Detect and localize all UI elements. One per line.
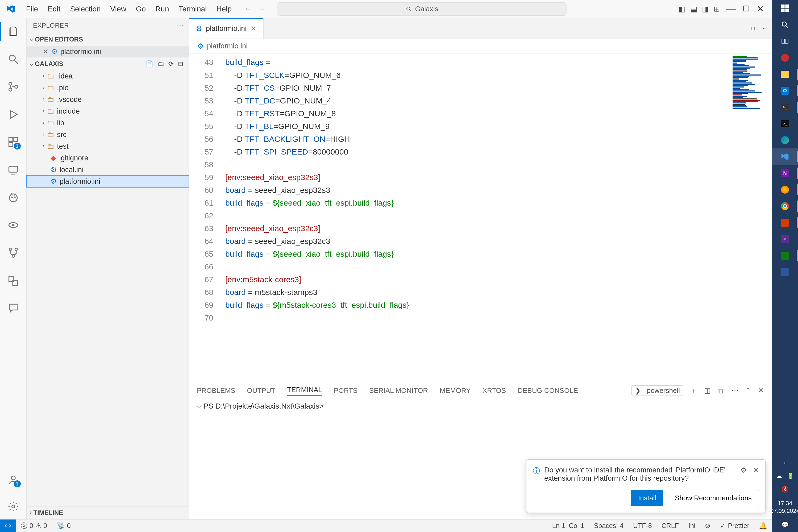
- tree-item[interactable]: ◆.gitignore: [26, 152, 189, 164]
- taskbar-taskview-icon[interactable]: [772, 33, 798, 50]
- status-eol[interactable]: CRLF: [657, 522, 684, 530]
- taskbar-chrome-icon[interactable]: [772, 198, 798, 214]
- breadcrumb[interactable]: ⚙ platformio.ini: [189, 39, 772, 54]
- code-editor[interactable]: 4351525354555657585960616263646566676869…: [189, 54, 772, 381]
- activity-extensions-icon[interactable]: 1: [5, 134, 21, 150]
- layout-customize-icon[interactable]: ⊞: [714, 4, 720, 13]
- tray-volume-icon[interactable]: 🔇: [781, 486, 789, 493]
- new-folder-icon[interactable]: 🗀: [158, 60, 164, 68]
- panel-tab-problems[interactable]: PROBLEMS: [197, 386, 235, 395]
- tray-onedrive-icon[interactable]: ☁: [776, 473, 782, 480]
- tree-item[interactable]: ⚙platformio.ini: [26, 175, 189, 187]
- activity-search-icon[interactable]: [5, 51, 21, 67]
- notification-gear-icon[interactable]: ⚙: [741, 466, 747, 482]
- menu-edit[interactable]: Edit: [43, 3, 65, 15]
- taskbar-app3-icon[interactable]: [772, 247, 798, 264]
- tab-platformio[interactable]: ⚙ platformio.ini ✕: [189, 18, 264, 39]
- panel-tab-terminal[interactable]: TERMINAL: [287, 386, 322, 396]
- maximize-icon[interactable]: ▢: [743, 3, 749, 15]
- menu-terminal[interactable]: Terminal: [174, 3, 211, 15]
- menu-help[interactable]: Help: [211, 3, 236, 15]
- activity-scm-icon[interactable]: [5, 79, 21, 95]
- status-cursor[interactable]: Ln 1, Col 1: [547, 522, 589, 530]
- status-ports[interactable]: 📡 0: [52, 522, 76, 530]
- layout-sidebar-right-icon[interactable]: ◨: [702, 4, 709, 13]
- nav-forward-icon[interactable]: →: [258, 5, 265, 13]
- remote-indicator[interactable]: [0, 519, 16, 532]
- taskbar-terminal2-icon[interactable]: >_: [772, 115, 798, 132]
- taskbar-app4-icon[interactable]: [772, 264, 798, 280]
- minimap[interactable]: [733, 56, 770, 133]
- status-language[interactable]: Ini: [684, 522, 700, 530]
- status-prettier[interactable]: ✓ Prettier: [715, 522, 754, 530]
- tree-item[interactable]: ⚙local.ini: [26, 164, 189, 175]
- open-editors-section[interactable]: ⌵OPEN EDITORS: [26, 33, 189, 46]
- show-recommendations-button[interactable]: Show Recommendations: [668, 490, 759, 506]
- menu-file[interactable]: File: [21, 3, 43, 15]
- tab-close-icon[interactable]: ✕: [250, 24, 256, 33]
- tree-item[interactable]: ›🗀.idea: [26, 70, 189, 82]
- taskbar-terminal-icon[interactable]: >_: [772, 99, 798, 115]
- tree-item[interactable]: ›🗀src: [26, 129, 189, 140]
- panel-more-icon[interactable]: ⋯: [732, 386, 738, 395]
- tree-item[interactable]: ›🗀.pio: [26, 82, 189, 94]
- menu-selection[interactable]: Selection: [65, 3, 105, 15]
- taskbar-app-icon[interactable]: [772, 50, 798, 66]
- taskbar-explorer-icon[interactable]: [772, 66, 798, 82]
- activity-remote-icon[interactable]: [5, 162, 21, 178]
- close-editor-icon[interactable]: ✕: [42, 48, 49, 56]
- tree-item[interactable]: ›🗀include: [26, 105, 189, 117]
- menu-go[interactable]: Go: [131, 3, 151, 15]
- tab-more-icon[interactable]: ⋯: [761, 26, 765, 31]
- activity-references-icon[interactable]: [5, 272, 21, 288]
- activity-git-graph-icon[interactable]: [5, 245, 21, 261]
- split-terminal-icon[interactable]: ◫: [704, 386, 711, 395]
- panel-tab-debug-console[interactable]: DEBUG CONSOLE: [518, 386, 578, 395]
- status-encoding[interactable]: UTF-8: [628, 522, 657, 530]
- tray-expand-icon[interactable]: ‹: [784, 459, 786, 466]
- status-problems[interactable]: ⓧ 0 ⚠ 0: [16, 521, 52, 530]
- explorer-more-icon[interactable]: ⋯: [177, 22, 184, 29]
- menu-run[interactable]: Run: [151, 3, 174, 15]
- taskbar-onenote-icon[interactable]: N: [772, 165, 798, 182]
- tray-notifications-icon[interactable]: 💬: [781, 521, 789, 528]
- panel-tab-ports[interactable]: PORTS: [334, 386, 358, 395]
- timeline-section[interactable]: ›TIMELINE: [26, 507, 189, 519]
- taskbar-firefox-icon[interactable]: [772, 182, 798, 198]
- new-file-icon[interactable]: 📄: [146, 60, 153, 68]
- taskbar-vs-icon[interactable]: ∞: [772, 231, 798, 247]
- activity-settings-icon[interactable]: [5, 498, 21, 514]
- tray-battery-icon[interactable]: 🔋: [787, 473, 794, 480]
- terminal-shell-icon[interactable]: ❯_ powershell: [631, 385, 683, 396]
- activity-account-icon[interactable]: 1: [5, 472, 21, 488]
- menu-view[interactable]: View: [106, 3, 131, 15]
- activity-chat-icon[interactable]: [5, 300, 21, 316]
- refresh-icon[interactable]: ⟳: [168, 60, 174, 68]
- activity-platformio-icon[interactable]: [5, 189, 21, 205]
- new-terminal-icon[interactable]: ＋: [690, 386, 697, 395]
- notification-close-icon[interactable]: ✕: [753, 466, 759, 482]
- open-editor-item[interactable]: ✕ ⚙ platformio.ini: [26, 46, 189, 57]
- taskbar-start-icon[interactable]: [772, 0, 798, 17]
- panel-tab-output[interactable]: OUTPUT: [247, 386, 276, 395]
- taskbar-clock[interactable]: 17:34 07.09.2024: [770, 499, 798, 515]
- panel-close-icon[interactable]: ✕: [758, 386, 764, 395]
- taskbar-edge-icon[interactable]: [772, 132, 798, 148]
- taskbar-outlook-icon[interactable]: O: [772, 82, 798, 99]
- layout-sidebar-left-icon[interactable]: ◧: [679, 4, 685, 13]
- activity-debug-icon[interactable]: [5, 107, 21, 122]
- close-icon[interactable]: ✕: [757, 3, 764, 15]
- panel-tab-xrtos[interactable]: XRTOS: [482, 386, 506, 395]
- activity-inspect-icon[interactable]: [5, 217, 21, 233]
- taskbar-search-icon[interactable]: [772, 17, 798, 33]
- tree-item[interactable]: ›🗀lib: [26, 117, 189, 129]
- activity-explorer-icon[interactable]: [5, 23, 21, 39]
- kill-terminal-icon[interactable]: 🗑: [718, 386, 725, 395]
- taskbar-vscode-icon[interactable]: [772, 148, 798, 165]
- tree-item[interactable]: ›🗀.vscode: [26, 94, 189, 105]
- status-bell-icon[interactable]: 🔔: [754, 522, 772, 530]
- panel-tab-memory[interactable]: MEMORY: [440, 386, 471, 395]
- nav-back-icon[interactable]: ←: [244, 5, 251, 13]
- command-center[interactable]: Galaxis: [277, 2, 567, 16]
- minimize-icon[interactable]: —: [726, 3, 736, 15]
